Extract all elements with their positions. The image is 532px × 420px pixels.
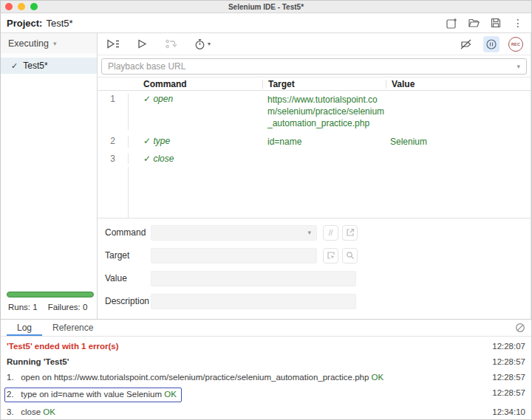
playback-base-url-field[interactable]: ▾ bbox=[101, 58, 527, 75]
log-panel: Log Reference 'Test5' ended with 1 error… bbox=[1, 319, 531, 419]
test-name: Test5* bbox=[23, 61, 47, 71]
commands-rows: 1 ✓ open https://www.tutorialspoint.com/… bbox=[98, 91, 531, 218]
target-field-label: Target bbox=[105, 250, 151, 261]
chevron-down-icon: ▾ bbox=[53, 40, 57, 47]
run-progress-bar bbox=[7, 292, 94, 297]
chevron-down-icon: ▾ bbox=[307, 229, 311, 236]
log-entry[interactable]: 1. open on https://www.tutorialspoint.co… bbox=[1, 370, 531, 385]
tab-reference[interactable]: Reference bbox=[42, 320, 103, 335]
record-icon[interactable]: REC bbox=[508, 37, 523, 52]
open-new-window-icon[interactable] bbox=[342, 225, 358, 241]
log-message: open on https://www.tutorialspoint.com/s… bbox=[21, 373, 369, 382]
tests-sidebar: Executing ▾ ✓ Test5* Runs: 1 Failures: 0 bbox=[1, 33, 98, 319]
title-bar: Selenium IDE - Test5* bbox=[1, 1, 531, 13]
selected-log-highlight: 2. type on id=name with value Selenium O… bbox=[4, 388, 182, 402]
log-ok-status: OK bbox=[164, 390, 177, 399]
new-project-icon[interactable] bbox=[444, 16, 459, 30]
step-over-icon[interactable] bbox=[163, 36, 179, 52]
log-step-number: 1. bbox=[7, 372, 18, 383]
tests-dropdown-label: Executing bbox=[8, 38, 49, 49]
project-label: Project: bbox=[7, 18, 42, 29]
selenium-ide-window: Selenium IDE - Test5* Project: Test5* bbox=[0, 0, 532, 420]
log-tab-bar: Log Reference bbox=[1, 320, 531, 337]
test-list-empty-area bbox=[1, 74, 97, 287]
log-message: close bbox=[21, 407, 41, 416]
step-passed-check-icon: ✓ bbox=[143, 94, 151, 104]
clear-log-icon[interactable] bbox=[515, 323, 525, 333]
table-row[interactable]: 1 ✓ open https://www.tutorialspoint.com/… bbox=[98, 91, 531, 133]
command-field-label: Command bbox=[105, 227, 151, 238]
select-target-icon[interactable] bbox=[323, 248, 338, 264]
playback-url-row: ▾ bbox=[98, 55, 531, 77]
value-cell bbox=[385, 154, 531, 164]
run-all-tests-icon[interactable] bbox=[105, 36, 121, 52]
test-passed-check-icon: ✓ bbox=[11, 61, 18, 71]
value-cell: Selenium bbox=[385, 136, 531, 148]
run-status-area: Runs: 1 Failures: 0 bbox=[1, 287, 97, 319]
runs-count: Runs: 1 bbox=[8, 303, 38, 311]
open-project-icon[interactable] bbox=[466, 16, 481, 30]
log-step-number: 3. bbox=[7, 407, 18, 418]
column-header-value: Value bbox=[386, 79, 531, 89]
description-input[interactable] bbox=[151, 294, 356, 309]
log-step-number: 2. bbox=[7, 389, 18, 400]
playback-toolbar: ▾ bbox=[98, 33, 531, 55]
log-entry[interactable]: 3. close OK 12:34:10 bbox=[1, 404, 531, 419]
value-input[interactable] bbox=[151, 271, 356, 286]
chevron-down-icon: ▾ bbox=[208, 41, 211, 47]
step-passed-check-icon: ✓ bbox=[143, 154, 151, 164]
toggle-comment-button[interactable]: // bbox=[323, 225, 338, 241]
description-field-label: Description bbox=[105, 296, 151, 306]
row-number: 3 bbox=[98, 154, 129, 164]
command-cell: close bbox=[153, 154, 174, 164]
log-entry[interactable]: Running 'Test5' 12:28:57 bbox=[1, 354, 531, 370]
disable-breakpoints-icon[interactable] bbox=[458, 36, 474, 52]
project-name: Test5* bbox=[46, 18, 72, 29]
command-select[interactable]: ▾ bbox=[151, 225, 317, 241]
target-input[interactable] bbox=[151, 248, 317, 264]
row-number: 2 bbox=[98, 136, 129, 148]
log-ok-status: OK bbox=[43, 407, 55, 416]
value-field-label: Value bbox=[105, 273, 151, 283]
chevron-down-icon[interactable]: ▾ bbox=[516, 63, 520, 70]
test-editor-pane: ▾ bbox=[98, 33, 531, 319]
log-timestamp: 12:28:57 bbox=[492, 357, 525, 368]
tab-log[interactable]: Log bbox=[7, 320, 42, 335]
window-title: Selenium IDE - Test5* bbox=[1, 3, 531, 11]
search-target-icon[interactable] bbox=[342, 248, 358, 264]
log-message: 'Test5' ended with 1 error(s) bbox=[7, 341, 492, 352]
log-timestamp: 12:28:07 bbox=[492, 341, 525, 352]
command-cell: open bbox=[153, 94, 173, 104]
save-project-icon[interactable] bbox=[488, 16, 503, 30]
value-cell bbox=[385, 94, 531, 130]
command-cell: type bbox=[153, 136, 170, 146]
sidebar-item-test5[interactable]: ✓ Test5* bbox=[1, 58, 97, 74]
log-timestamp: 12:28:57 bbox=[492, 388, 525, 399]
playback-base-url-input[interactable] bbox=[108, 61, 516, 72]
step-passed-check-icon: ✓ bbox=[143, 136, 151, 146]
table-row[interactable]: 2 ✓ type id=name Selenium bbox=[98, 133, 531, 151]
tests-dropdown[interactable]: Executing ▾ bbox=[1, 33, 97, 53]
more-options-icon[interactable]: ⋮ bbox=[511, 16, 525, 30]
commands-table: Command Target Value 1 ✓ open https://ww… bbox=[98, 77, 531, 218]
log-entry[interactable]: 'Test5' ended with 1 error(s) 12:28:07 bbox=[1, 339, 531, 354]
log-message: type on id=name with value Selenium bbox=[21, 390, 162, 399]
log-entry-selected[interactable]: 2. type on id=name with value Selenium O… bbox=[1, 385, 531, 404]
test-execution-speed-icon[interactable]: ▾ bbox=[191, 36, 214, 52]
target-cell: https://www.tutorialspoint.com/selenium/… bbox=[262, 94, 385, 130]
log-timestamp: 12:28:57 bbox=[492, 372, 525, 383]
pause-on-exceptions-icon[interactable] bbox=[483, 36, 499, 52]
commands-table-header: Command Target Value bbox=[98, 78, 531, 91]
log-timestamp: 12:34:10 bbox=[492, 407, 525, 418]
log-entries: 'Test5' ended with 1 error(s) 12:28:07 R… bbox=[1, 337, 531, 419]
project-bar: Project: Test5* bbox=[1, 13, 531, 33]
target-cell: id=name bbox=[262, 136, 385, 148]
row-number: 1 bbox=[98, 94, 129, 130]
table-row[interactable]: 3 ✓ close bbox=[98, 151, 531, 167]
run-current-test-icon[interactable] bbox=[134, 36, 150, 52]
target-cell bbox=[262, 154, 385, 164]
log-ok-status: OK bbox=[372, 373, 384, 382]
log-message: Running 'Test5' bbox=[7, 357, 492, 368]
failures-count: Failures: 0 bbox=[48, 303, 88, 311]
table-empty-area[interactable] bbox=[98, 167, 531, 218]
